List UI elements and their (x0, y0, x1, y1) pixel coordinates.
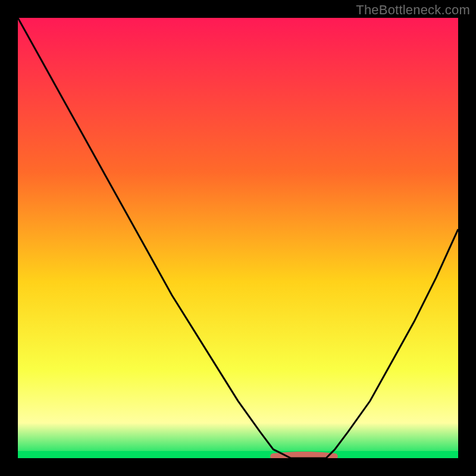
bottleneck-chart (0, 0, 476, 476)
green-band (18, 451, 458, 458)
gradient-background (18, 18, 458, 458)
watermark-text: TheBottleneck.com (356, 2, 470, 18)
chart-frame: TheBottleneck.com (0, 0, 476, 476)
